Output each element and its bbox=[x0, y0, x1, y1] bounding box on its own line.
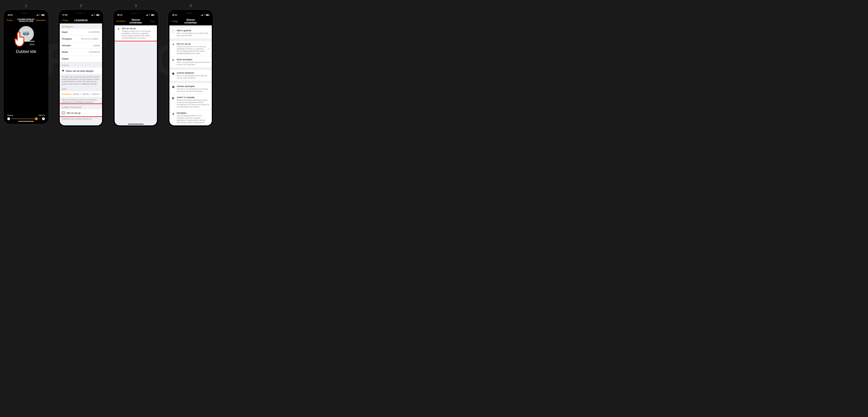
minus-button[interactable]: − bbox=[7, 117, 10, 120]
dimmer-label: Dimmer bbox=[7, 115, 13, 116]
option-control-scenes[interactable]: ▣ Scènes bedienenHet in- en uitschakelen… bbox=[169, 70, 212, 81]
tab-modus1[interactable]: Modus 1 bbox=[73, 93, 81, 95]
row-details[interactable]: Details› bbox=[60, 55, 102, 62]
step-label-2: 2 bbox=[80, 3, 82, 8]
tab-modus2[interactable]: Modus 2 bbox=[83, 93, 90, 95]
navbar: Groep CASAMBI-ENABLED-PRODUCTS.COM Bewer… bbox=[5, 17, 47, 24]
clock: 08:13 bbox=[172, 14, 177, 16]
chevron-icon: › bbox=[99, 112, 100, 114]
clock: 07:49 bbox=[62, 14, 67, 16]
tab-modus3[interactable]: Modus 3 bbox=[92, 93, 100, 95]
navbar: Terug LD220WCM bbox=[60, 17, 102, 24]
phone-frame-3: 08:13 Annuleren Slimme schakelaar Klaar … bbox=[113, 10, 158, 127]
sun-icon: ☀ bbox=[172, 42, 175, 46]
device-label: WCM bbox=[30, 43, 35, 46]
sun-icon: ☀ bbox=[117, 27, 120, 31]
done-button[interactable]: Klaar bbox=[145, 20, 155, 22]
home-indicator[interactable] bbox=[128, 124, 144, 124]
phone-frame-2: 07:49 Terug LD220WCM INFORMATIE NaamLD22… bbox=[58, 10, 103, 127]
chevron-icon: › bbox=[99, 37, 100, 40]
option-active-standby[interactable]: ◐ Actief / In standbyBedient twee elkaar… bbox=[169, 94, 212, 110]
scene-icon: ▣ bbox=[172, 71, 175, 75]
step-label-4: 4 bbox=[190, 3, 192, 8]
option-not-in-use[interactable]: Niet in gebruikHet in- of uitschakelen v… bbox=[169, 27, 212, 38]
modi-footer: Tik om een modus te activeren en houd de… bbox=[60, 97, 102, 104]
back-button[interactable]: Terug bbox=[171, 20, 182, 23]
option-dim-save[interactable]: ☀ Dim en sla opSchakel de lamp uit en in… bbox=[169, 41, 212, 56]
active-icon: ◐ bbox=[172, 96, 175, 99]
back-button[interactable]: Terug bbox=[61, 19, 72, 22]
nav-title: Slimme schakelaar bbox=[182, 19, 199, 24]
row-model[interactable]: ModelLD220WCM bbox=[60, 49, 102, 55]
phone-frame-1: 10:54 Groep CASAMBI-ENABLED-PRODUCTS.COM… bbox=[3, 10, 49, 124]
cycle-icon: ⟳ bbox=[172, 58, 175, 62]
tap-hand-icon bbox=[13, 31, 28, 49]
step-label-3: 3 bbox=[135, 3, 137, 8]
section-header-status: STATUS bbox=[60, 62, 102, 67]
nav-group-button[interactable]: Groep bbox=[7, 19, 17, 22]
chevron-icon: › bbox=[154, 27, 155, 30]
tab-standaard[interactable]: Standaard bbox=[62, 93, 71, 95]
option-dim-save[interactable]: ☀ Dim en sla op Schakel de lamp uit en i… bbox=[115, 25, 157, 41]
section-header-info: INFORMATIE bbox=[60, 24, 102, 29]
alert-icon: ▲ bbox=[172, 112, 175, 115]
navbar: Annuleren Slimme schakelaar Klaar bbox=[115, 17, 157, 25]
dimmer-value: 100.0 % bbox=[38, 115, 45, 116]
switch-icon bbox=[62, 111, 65, 115]
instruction-text: Dubbel klik bbox=[5, 49, 47, 54]
row-vendor[interactable]: VerkoperVadsbo bbox=[60, 42, 102, 49]
mode-tabs[interactable]: Standaard Modus 1 Modus 2 Modus 3 bbox=[60, 91, 102, 97]
cancel-button[interactable]: Annuleren bbox=[116, 20, 127, 22]
option-cycle-scenes[interactable]: ▦ Scènes doorlopenHet snel in- en uitsch… bbox=[169, 83, 212, 94]
nav-edit-button[interactable]: Bewerken bbox=[35, 19, 45, 22]
radio-icon bbox=[172, 29, 175, 32]
row-pictogram[interactable]: PictogramTik om in te stellen› bbox=[60, 35, 102, 42]
nav-title: CASAMBI-ENABLED-PRODUCTS.COM bbox=[17, 19, 35, 22]
clock: 08:13 bbox=[117, 14, 122, 16]
check-icon: ✓ bbox=[208, 47, 210, 50]
highlight-box: ☀ Dim en sla op Schakel de lamp uit en i… bbox=[115, 25, 157, 41]
highlight-box: SLIMME SCHAKELAAR Dim en sla op › bbox=[60, 103, 102, 117]
row-smart-switch[interactable]: Dim en sla op › bbox=[60, 110, 102, 116]
option-cycle-modes[interactable]: ⟳ Modi doorlopenHet in- en uitschakelen … bbox=[169, 56, 212, 67]
dimmer-slider[interactable]: − + bbox=[7, 117, 45, 120]
section-header-modi: MODI bbox=[60, 86, 102, 91]
section-header-smart-switch: SLIMME SCHAKELAAR bbox=[60, 104, 102, 110]
chevron-icon: › bbox=[99, 69, 100, 72]
row-name[interactable]: NaamLD220WCM bbox=[60, 29, 102, 35]
smart-switch-footer: Controleert wat er gebeurt wanneer de st… bbox=[60, 116, 102, 121]
scenes-icon: ▦ bbox=[172, 85, 175, 88]
row-lamp-status[interactable]: Status van de lamp wijzigen › bbox=[60, 67, 102, 75]
lamp-icon bbox=[62, 70, 64, 72]
status-footer: De status van de lamp kan ook vanuit het… bbox=[60, 75, 102, 86]
nav-title: LD220WCM bbox=[72, 19, 90, 22]
navbar: Terug Slimme schakelaar bbox=[169, 17, 212, 25]
nav-title: Slimme schakelaar bbox=[127, 19, 145, 24]
option-emergency[interactable]: ▲ NoodplanDoor het apparaat AAN of UIT t… bbox=[169, 110, 212, 125]
step-label-1: 1 bbox=[25, 3, 27, 8]
chevron-icon: › bbox=[99, 57, 100, 60]
clock: 10:54 bbox=[8, 14, 12, 16]
phone-frame-4: 08:13 Terug Slimme schakelaar Niet in ge… bbox=[168, 10, 213, 127]
plus-button[interactable]: + bbox=[42, 117, 45, 120]
home-indicator[interactable] bbox=[18, 121, 34, 122]
dimmer-panel: Dimmer 100.0 % − + bbox=[7, 115, 45, 120]
